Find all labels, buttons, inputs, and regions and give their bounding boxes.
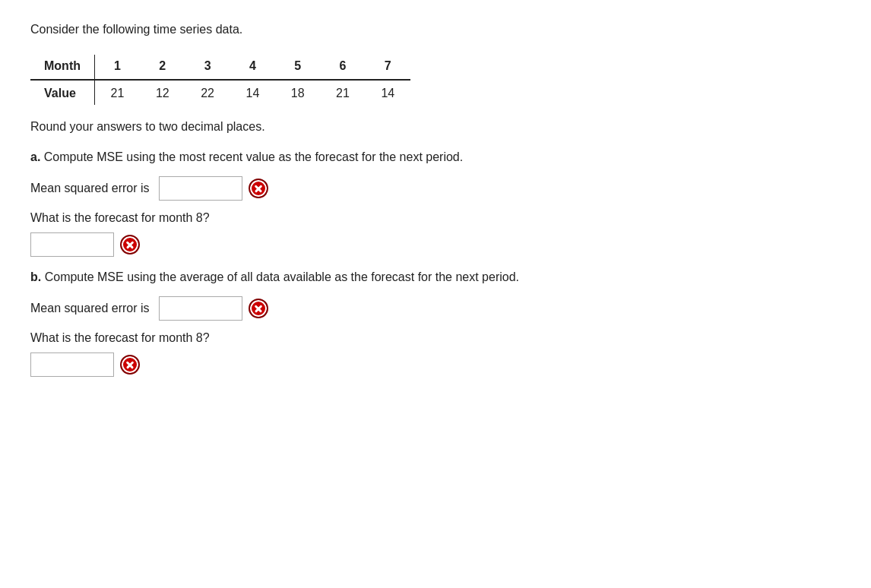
- intro-text: Consider the following time series data.: [30, 23, 841, 36]
- mse-a-error-icon[interactable]: [249, 179, 268, 198]
- table-value-row: Value 21 12 22 14 18 21 14: [30, 80, 410, 105]
- mse-a-input[interactable]: [159, 176, 242, 201]
- section-a-description: Compute MSE using the most recent value …: [44, 150, 463, 163]
- forecast-a-row: [30, 232, 841, 257]
- value-1: 21: [94, 80, 140, 105]
- month-6: 6: [320, 55, 365, 80]
- section-a-label: a. Compute MSE using the most recent val…: [30, 150, 841, 164]
- value-4: 14: [230, 80, 275, 105]
- section-b-label: b. Compute MSE using the average of all …: [30, 270, 841, 284]
- forecast-b-error-icon[interactable]: [120, 355, 140, 375]
- value-7: 14: [366, 80, 410, 105]
- mse-b-input[interactable]: [159, 296, 242, 321]
- forecast-a-error-icon[interactable]: [120, 235, 140, 254]
- mse-b-label: Mean squared error is: [30, 302, 150, 315]
- mse-b-row: Mean squared error is: [30, 296, 841, 321]
- forecast-b-row: [30, 352, 841, 377]
- mse-a-row: Mean squared error is: [30, 176, 841, 201]
- month-3: 3: [185, 55, 230, 80]
- forecast-b-question: What is the forecast for month 8?: [30, 331, 841, 345]
- forecast-b-input[interactable]: [30, 352, 114, 377]
- forecast-a-input[interactable]: [30, 232, 114, 257]
- month-1: 1: [94, 55, 140, 80]
- round-note: Round your answers to two decimal places…: [30, 120, 841, 134]
- value-3: 22: [185, 80, 230, 105]
- mse-a-label: Mean squared error is: [30, 182, 150, 195]
- forecast-a-question: What is the forecast for month 8?: [30, 211, 841, 225]
- month-label: Month: [30, 55, 94, 80]
- table-header-row: Month 1 2 3 4 5 6 7: [30, 55, 410, 80]
- value-2: 12: [140, 80, 185, 105]
- month-5: 5: [275, 55, 320, 80]
- section-b-description: Compute MSE using the average of all dat…: [45, 270, 519, 283]
- value-6: 21: [320, 80, 365, 105]
- month-2: 2: [140, 55, 185, 80]
- month-7: 7: [366, 55, 410, 80]
- mse-b-error-icon[interactable]: [249, 299, 268, 318]
- data-table: Month 1 2 3 4 5 6 7 Value 21 12 22 14 18…: [30, 55, 410, 105]
- value-label: Value: [30, 80, 94, 105]
- month-4: 4: [230, 55, 275, 80]
- value-5: 18: [275, 80, 320, 105]
